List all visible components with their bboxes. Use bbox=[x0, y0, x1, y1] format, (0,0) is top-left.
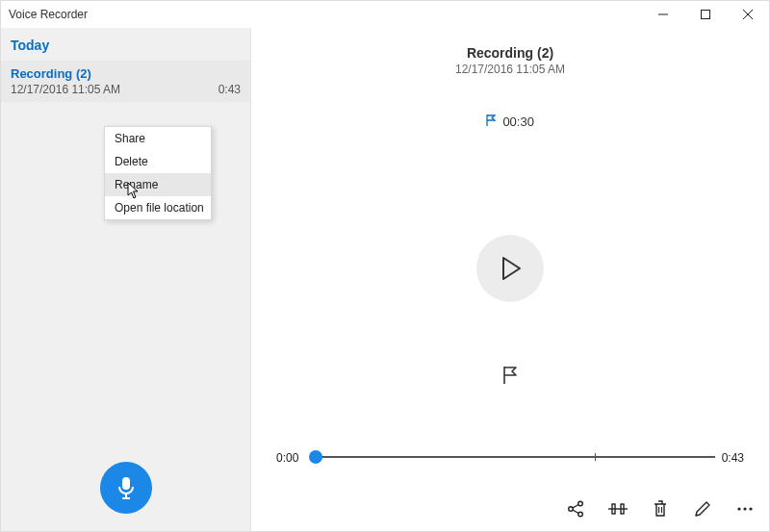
maximize-icon bbox=[700, 9, 711, 20]
add-marker-button[interactable] bbox=[501, 366, 519, 385]
playback-title: Recording (2) bbox=[251, 45, 769, 61]
share-icon bbox=[566, 499, 585, 519]
flag-icon bbox=[486, 115, 499, 129]
svg-point-19 bbox=[743, 507, 746, 510]
context-menu: Share Delete Rename Open file location bbox=[104, 126, 212, 220]
recording-meta: 12/17/2016 11:05 AM 0:43 bbox=[11, 83, 241, 96]
playback-slider-area: 0:00 0:43 bbox=[251, 448, 769, 466]
more-button[interactable] bbox=[734, 498, 756, 519]
menu-item-delete[interactable]: Delete bbox=[105, 150, 211, 173]
record-button[interactable] bbox=[100, 462, 152, 514]
svg-point-8 bbox=[569, 507, 574, 512]
app-title: Voice Recorder bbox=[9, 8, 88, 21]
svg-rect-1 bbox=[702, 11, 710, 19]
rename-button[interactable] bbox=[692, 498, 713, 519]
menu-item-open-file-location[interactable]: Open file location bbox=[105, 196, 211, 219]
svg-point-9 bbox=[578, 501, 583, 506]
main-panel: Recording (2) 12/17/2016 11:05 AM 00:30 bbox=[251, 28, 769, 531]
slider-thumb[interactable] bbox=[309, 450, 322, 464]
microphone-icon bbox=[116, 475, 137, 500]
close-button[interactable] bbox=[727, 1, 769, 28]
menu-item-rename[interactable]: Rename bbox=[105, 173, 211, 196]
main-header: Recording (2) 12/17/2016 11:05 AM bbox=[251, 28, 769, 76]
trim-icon bbox=[607, 499, 629, 519]
marker-time: 00:30 bbox=[502, 114, 534, 129]
trash-icon bbox=[652, 499, 669, 519]
svg-point-10 bbox=[578, 512, 583, 517]
recording-title: Recording (2) bbox=[11, 66, 241, 81]
svg-point-18 bbox=[737, 507, 740, 510]
share-button[interactable] bbox=[565, 498, 586, 519]
sidebar: Today Recording (2) 12/17/2016 11:05 AM … bbox=[1, 28, 251, 531]
playback-slider[interactable]: 0:00 0:43 bbox=[276, 448, 744, 466]
minimize-icon bbox=[657, 9, 669, 20]
delete-button[interactable] bbox=[650, 498, 671, 519]
recording-timestamp: 12/17/2016 11:05 AM bbox=[11, 83, 120, 96]
bottom-toolbar bbox=[565, 498, 756, 519]
slider-start-label: 0:00 bbox=[276, 451, 298, 465]
recording-duration: 0:43 bbox=[218, 83, 241, 96]
close-icon bbox=[742, 9, 754, 20]
slider-track bbox=[313, 456, 715, 458]
ellipsis-icon bbox=[735, 499, 755, 519]
marker-row: 00:30 bbox=[251, 114, 769, 129]
minimize-button[interactable] bbox=[642, 1, 684, 28]
playback-subtitle: 12/17/2016 11:05 AM bbox=[251, 63, 769, 76]
play-icon bbox=[498, 255, 523, 282]
add-marker-row bbox=[251, 366, 769, 385]
play-area bbox=[251, 235, 769, 302]
trim-button[interactable] bbox=[607, 498, 629, 519]
app-window: Voice Recorder Today Recording (2) 12/17… bbox=[0, 0, 770, 532]
slider-marker-tick bbox=[595, 453, 596, 461]
record-button-wrap bbox=[1, 462, 250, 531]
flag-outline-icon bbox=[501, 366, 519, 385]
svg-point-20 bbox=[749, 507, 752, 510]
titlebar: Voice Recorder bbox=[1, 1, 769, 28]
recording-list-item[interactable]: Recording (2) 12/17/2016 11:05 AM 0:43 bbox=[1, 61, 250, 102]
svg-line-12 bbox=[573, 510, 578, 514]
svg-rect-4 bbox=[122, 477, 130, 490]
svg-line-11 bbox=[573, 505, 578, 509]
sidebar-section-header: Today bbox=[1, 28, 250, 61]
slider-end-label: 0:43 bbox=[722, 451, 744, 465]
menu-item-share[interactable]: Share bbox=[105, 127, 211, 150]
maximize-button[interactable] bbox=[684, 1, 727, 28]
content-area: Today Recording (2) 12/17/2016 11:05 AM … bbox=[1, 28, 769, 531]
svg-marker-7 bbox=[503, 258, 520, 279]
pencil-icon bbox=[693, 499, 712, 519]
play-button[interactable] bbox=[476, 235, 544, 302]
